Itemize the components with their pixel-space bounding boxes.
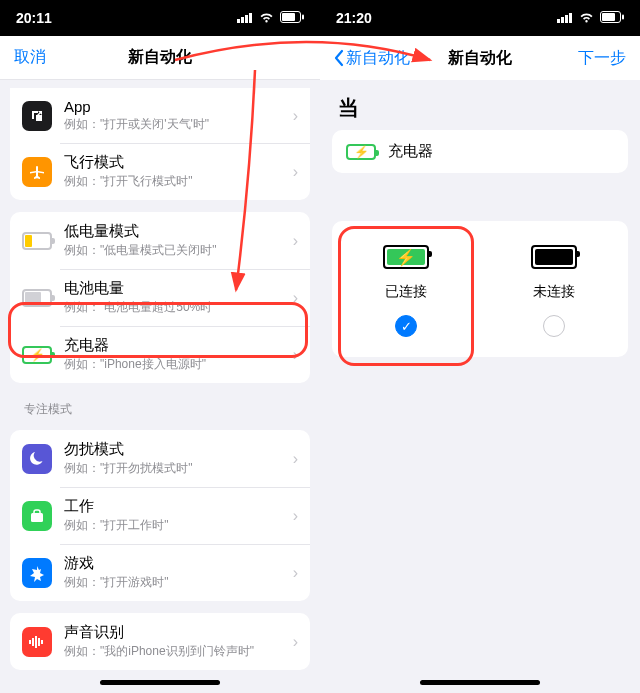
status-icons: [237, 10, 304, 26]
chevron-right-icon: ›: [293, 564, 298, 582]
home-indicator: [420, 680, 540, 685]
svg-rect-5: [282, 13, 295, 21]
svg-rect-19: [622, 15, 624, 20]
status-time: 20:11: [16, 10, 52, 26]
nav-bar: 新自动化 新自动化 下一步: [320, 36, 640, 80]
row-title: 飞行模式: [64, 153, 293, 172]
game-icon: [22, 558, 52, 588]
svg-rect-3: [249, 13, 252, 23]
sound-icon: [22, 627, 52, 657]
wifi-icon: [259, 10, 274, 26]
row-sub: 例如："我的iPhone识别到门铃声时": [64, 643, 293, 660]
chevron-right-icon: ›: [293, 507, 298, 525]
svg-rect-15: [565, 15, 568, 23]
row-title: 勿扰模式: [64, 440, 293, 459]
svg-rect-6: [302, 15, 304, 20]
row-title: 声音识别: [64, 623, 293, 642]
svg-rect-12: [41, 640, 43, 644]
back-button[interactable]: 新自动化: [334, 48, 410, 69]
group-apps: App 例如："打开或关闭'天气'时" › 飞行模式 例如："打开飞行模式时" …: [10, 88, 310, 200]
row-sub: 例如："打开游戏时": [64, 574, 293, 591]
row-sub: 例如："打开或关闭'天气'时": [64, 116, 293, 133]
svg-rect-0: [237, 19, 240, 23]
svg-rect-13: [557, 19, 560, 23]
row-sub: 例如："iPhone接入电源时": [64, 356, 293, 373]
highlight-charger-row: [8, 302, 308, 358]
status-bar: 21:20: [320, 0, 640, 36]
dnd-icon: [22, 444, 52, 474]
chevron-right-icon: ›: [293, 450, 298, 468]
charger-icon: ⚡: [346, 144, 376, 160]
row-title: 工作: [64, 497, 293, 516]
battery-icon: [600, 10, 624, 26]
svg-rect-8: [29, 640, 31, 644]
battery-icon: [280, 10, 304, 26]
chevron-left-icon: [334, 49, 344, 67]
row-sub: 例如："打开勿扰模式时": [64, 460, 293, 477]
svg-rect-1: [241, 17, 244, 23]
section-header-focus: 专注模式: [24, 401, 296, 418]
cancel-button[interactable]: 取消: [14, 47, 46, 68]
signal-icon: [237, 10, 253, 26]
row-game[interactable]: 游戏 例如："打开游戏时" ›: [10, 544, 310, 601]
nav-bar: 取消 新自动化: [0, 36, 320, 80]
trigger-row: ⚡ 充电器: [332, 130, 628, 173]
chevron-right-icon: ›: [293, 633, 298, 651]
home-indicator: [100, 680, 220, 685]
charger-label: 充电器: [388, 142, 433, 161]
content: App 例如："打开或关闭'天气'时" › 飞行模式 例如："打开飞行模式时" …: [0, 80, 320, 693]
battery-disconnected-icon: [531, 245, 577, 269]
row-low-power[interactable]: 低电量模式 例如："低电量模式已关闭时" ›: [10, 212, 310, 269]
group-focus: 勿扰模式 例如："打开勿扰模式时" › 工作 例如："打开工作时" ›: [10, 430, 310, 601]
row-dnd[interactable]: 勿扰模式 例如："打开勿扰模式时" ›: [10, 430, 310, 487]
row-app[interactable]: App 例如："打开或关闭'天气'时" ›: [10, 88, 310, 143]
radio-unchecked[interactable]: [543, 315, 565, 337]
signal-icon: [557, 10, 573, 26]
row-sound[interactable]: 声音识别 例如："我的iPhone识别到门铃声时" ›: [10, 613, 310, 670]
when-label: 当: [338, 94, 622, 122]
row-sub: 例如："低电量模式已关闭时": [64, 242, 293, 259]
status-icons: [557, 10, 624, 26]
chevron-right-icon: ›: [293, 232, 298, 250]
row-airplane[interactable]: 飞行模式 例如："打开飞行模式时" ›: [10, 143, 310, 200]
back-label: 新自动化: [346, 48, 410, 69]
row-title: 低电量模式: [64, 222, 293, 241]
row-title: App: [64, 98, 293, 115]
chevron-right-icon: ›: [293, 107, 298, 125]
group-sound: 声音识别 例如："我的iPhone识别到门铃声时" ›: [10, 613, 310, 670]
svg-rect-7: [31, 513, 43, 522]
low-power-icon: [22, 226, 52, 256]
app-icon: [22, 101, 52, 131]
chevron-right-icon: ›: [293, 163, 298, 181]
svg-rect-16: [569, 13, 572, 23]
wifi-icon: [579, 10, 594, 26]
svg-rect-10: [35, 636, 37, 648]
highlight-connected-option: [338, 226, 474, 366]
svg-rect-11: [38, 638, 40, 646]
status-time: 21:20: [336, 10, 372, 26]
svg-rect-9: [32, 638, 34, 646]
nav-title: 新自动化: [0, 47, 320, 68]
option-disconnected[interactable]: 未连接: [480, 245, 628, 337]
content: 当 ⚡ 充电器 ⚡ 已连接: [320, 80, 640, 693]
row-sub: 例如："打开工作时": [64, 517, 293, 534]
option-label: 未连接: [533, 283, 575, 301]
next-button[interactable]: 下一步: [578, 48, 626, 69]
svg-rect-14: [561, 17, 564, 23]
status-bar: 20:11: [0, 0, 320, 36]
work-icon: [22, 501, 52, 531]
airplane-icon: [22, 157, 52, 187]
svg-rect-18: [602, 13, 615, 21]
row-title: 电池电量: [64, 279, 293, 298]
svg-rect-2: [245, 15, 248, 23]
row-title: 游戏: [64, 554, 293, 573]
row-sub: 例如："打开飞行模式时": [64, 173, 293, 190]
row-work[interactable]: 工作 例如："打开工作时" ›: [10, 487, 310, 544]
